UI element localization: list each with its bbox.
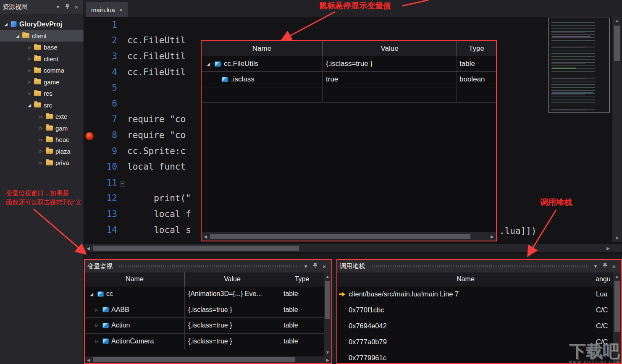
- column-header-value[interactable]: Value: [185, 272, 280, 286]
- tab-close-icon[interactable]: ×: [119, 7, 123, 13]
- tab-main-lua[interactable]: main.lua ×: [86, 3, 128, 17]
- editor-vertical-scrollbar[interactable]: ▲ ▼: [612, 17, 622, 242]
- collapse-arrow-icon[interactable]: ▷: [38, 138, 45, 142]
- horizontal-scrollbar-thumb[interactable]: [93, 357, 295, 362]
- column-header-name[interactable]: Name: [85, 272, 185, 286]
- collapse-arrow-icon[interactable]: ▷: [38, 161, 45, 165]
- vertical-scrollbar-thumb[interactable]: [614, 281, 620, 332]
- column-header-name[interactable]: Name: [337, 272, 594, 286]
- expand-arrow-icon[interactable]: ◢: [26, 103, 33, 107]
- code-fold-icon[interactable]: −: [120, 181, 125, 186]
- tree-item-heac[interactable]: ▷ heac: [0, 134, 84, 146]
- collapse-arrow-icon[interactable]: ▷: [26, 92, 33, 96]
- popup-row[interactable]: ◢ cc.FileUtils {.isclass=true } table: [202, 56, 496, 72]
- collapse-arrow-icon[interactable]: ▷: [93, 308, 100, 312]
- tree-item-project[interactable]: ◢ GloryDevProj: [0, 18, 84, 30]
- scroll-down-icon[interactable]: ▼: [612, 234, 622, 242]
- scroll-left-icon[interactable]: ◀: [202, 233, 209, 241]
- scroll-left-icon[interactable]: ◀: [84, 244, 92, 252]
- collapse-arrow-icon[interactable]: ▷: [38, 115, 45, 119]
- expand-arrow-icon[interactable]: ◢: [205, 62, 212, 66]
- tree-item-priva[interactable]: ▷ priva: [0, 157, 84, 169]
- variable-type: table: [457, 56, 496, 71]
- breakpoint-icon[interactable]: [86, 133, 93, 139]
- callstack-frame[interactable]: client/base/src/main.lua!main Line 7 Lua: [337, 286, 613, 302]
- tree-item-src[interactable]: ◢ src: [0, 100, 84, 111]
- scroll-up-icon[interactable]: ▲: [324, 272, 331, 280]
- scroll-down-icon[interactable]: ▼: [324, 348, 331, 356]
- tree-item-base[interactable]: ▷ base: [0, 42, 84, 53]
- callstack-vertical-scrollbar[interactable]: ▲: [613, 272, 621, 363]
- watch-row[interactable]: ▷ AABB {.isclass=true } table: [85, 302, 324, 318]
- column-header-type[interactable]: Type: [280, 272, 324, 286]
- scroll-up-icon[interactable]: ▲: [612, 17, 622, 25]
- frame-language: C/C: [594, 318, 613, 334]
- collapse-arrow-icon[interactable]: ▷: [26, 80, 33, 84]
- callstack-frame[interactable]: 0x777a0b79 C/C: [337, 334, 613, 350]
- horizontal-scrollbar-thumb[interactable]: [210, 234, 470, 239]
- watch-row[interactable]: ◢ cc {Animation3D={...} Eve... table: [85, 286, 324, 302]
- scroll-left-icon[interactable]: ◀: [85, 356, 92, 364]
- tree-item-label: plaza: [55, 148, 71, 155]
- popup-horizontal-scrollbar[interactable]: ◀ ▶: [202, 232, 496, 241]
- watch-row[interactable]: ▷ ActionCamera {.isclass=true } table: [85, 334, 324, 350]
- close-icon[interactable]: ×: [609, 263, 619, 270]
- watch-row[interactable]: ▷ Action {.isclass=true } table: [85, 318, 324, 334]
- tree-item-game[interactable]: ▷ game: [0, 76, 84, 88]
- tree-item-client-sub[interactable]: ▷ client: [0, 53, 84, 65]
- tree-item-plaza[interactable]: ▷ plaza: [0, 146, 84, 157]
- column-header-value[interactable]: Value: [323, 41, 457, 56]
- close-icon[interactable]: ×: [72, 3, 81, 10]
- folder-icon: [46, 114, 53, 119]
- watch-vertical-scrollbar[interactable]: ▲ ▼: [324, 272, 331, 356]
- callstack-frame[interactable]: 0x770f1cbc C/C: [337, 302, 613, 318]
- variable-type: boolean: [457, 72, 496, 87]
- line-number: 9: [84, 146, 117, 156]
- close-icon[interactable]: ×: [320, 263, 329, 270]
- column-header-name[interactable]: Name: [202, 41, 323, 56]
- vertical-scrollbar-thumb[interactable]: [325, 281, 330, 319]
- scroll-right-icon[interactable]: ▶: [488, 233, 496, 241]
- horizontal-scrollbar-thumb[interactable]: [93, 246, 299, 251]
- folder-icon: [34, 45, 41, 50]
- scroll-up-icon[interactable]: ▲: [613, 272, 621, 280]
- chevron-down-icon[interactable]: ▼: [591, 264, 600, 269]
- collapse-arrow-icon[interactable]: ▷: [93, 323, 100, 327]
- tree-item-label: exte: [55, 113, 67, 120]
- column-header-language[interactable]: angu: [594, 272, 613, 286]
- pin-icon[interactable]: [63, 4, 72, 10]
- pin-icon[interactable]: [310, 263, 320, 270]
- tree-item-exte[interactable]: ▷ exte: [0, 111, 84, 123]
- chevron-down-icon[interactable]: ▼: [53, 5, 63, 9]
- collapse-arrow-icon[interactable]: ▷: [26, 57, 33, 61]
- scroll-right-icon[interactable]: ▶: [324, 356, 331, 364]
- expand-arrow-icon[interactable]: ◢: [88, 292, 95, 296]
- table-cube-icon: [97, 291, 104, 297]
- collapse-arrow-icon[interactable]: ▷: [26, 68, 33, 73]
- chevron-down-icon[interactable]: ▼: [301, 264, 310, 269]
- column-header-type[interactable]: Type: [457, 41, 496, 56]
- table-cube-icon: [215, 61, 221, 67]
- tree-item-command[interactable]: ▷ comma: [0, 65, 84, 76]
- collapse-arrow-icon[interactable]: ▷: [38, 126, 45, 130]
- scroll-right-icon[interactable]: ▶: [604, 244, 612, 252]
- callstack-frame[interactable]: 0x7779961c: [337, 350, 613, 363]
- expand-arrow-icon[interactable]: ◢: [3, 22, 9, 26]
- app-root: 资源视图 ▼ × ◢ GloryDevProj ◢ client ▷ base: [0, 0, 622, 364]
- tree-item-gam[interactable]: ▷ gam: [0, 123, 84, 134]
- pin-icon[interactable]: [600, 263, 609, 270]
- vertical-scrollbar-thumb[interactable]: [614, 26, 620, 61]
- popup-row-empty[interactable]: [202, 87, 496, 103]
- minimap[interactable]: [548, 18, 610, 113]
- popup-row[interactable]: .isclass true boolean: [202, 72, 496, 87]
- collapse-arrow-icon[interactable]: ▷: [93, 339, 100, 343]
- frame-language: C/C: [594, 302, 613, 318]
- collapse-arrow-icon[interactable]: ▷: [26, 45, 33, 50]
- watch-horizontal-scrollbar[interactable]: ◀ ▶: [85, 356, 331, 363]
- expand-arrow-icon[interactable]: ◢: [14, 34, 21, 38]
- callstack-frame[interactable]: 0x7694e042 C/C: [337, 318, 613, 334]
- collapse-arrow-icon[interactable]: ▷: [38, 149, 45, 153]
- editor-horizontal-scrollbar[interactable]: ◀ ▶: [84, 244, 612, 252]
- tree-item-res[interactable]: ▷ res: [0, 88, 84, 100]
- tree-item-client[interactable]: ◢ client: [0, 30, 84, 42]
